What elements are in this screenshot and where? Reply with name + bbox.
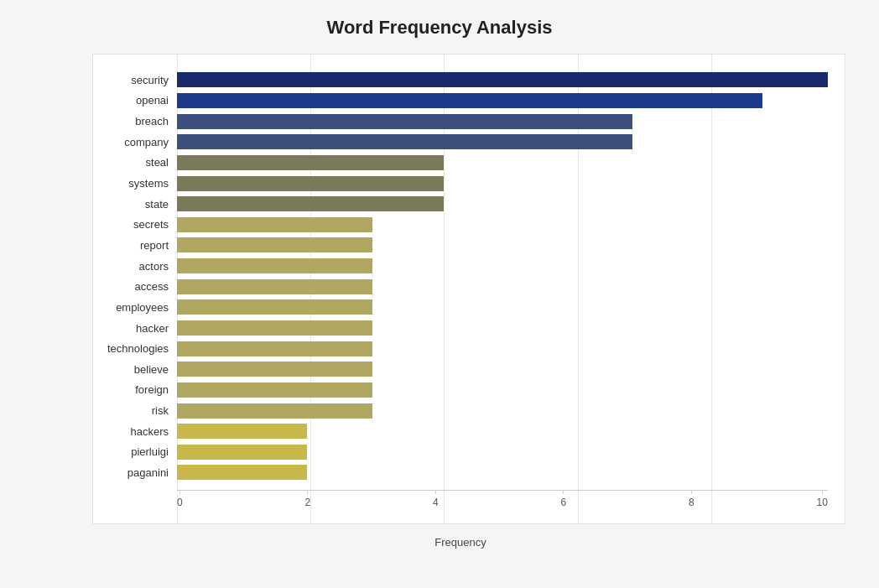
bar-row: hacker <box>93 319 828 337</box>
chart-area: securityopenaibreachcompanystealsystemss… <box>92 54 845 524</box>
x-tick-label: 8 <box>689 497 694 508</box>
bar-track <box>177 424 828 439</box>
grid-line <box>845 55 845 523</box>
x-tick-line <box>563 490 564 494</box>
bar-track <box>177 320 828 336</box>
bar-track <box>177 445 828 460</box>
x-tick: 6 <box>561 490 567 508</box>
x-tick-line <box>179 490 180 494</box>
bar-row: secrets <box>93 216 828 234</box>
bar-fill <box>177 299 372 315</box>
bars-section: securityopenaibreachcompanystealsystemss… <box>93 63 828 490</box>
bar-fill <box>177 134 632 149</box>
bar-row: foreign <box>93 381 828 399</box>
bar-track <box>177 134 828 149</box>
bar-label: believe <box>93 363 177 376</box>
bar-fill <box>177 341 372 356</box>
bar-row: risk <box>93 402 828 420</box>
bar-fill <box>177 176 444 191</box>
bar-track <box>177 382 828 398</box>
bar-row: report <box>93 236 828 254</box>
bar-track <box>177 196 828 211</box>
bar-fill <box>177 382 372 398</box>
x-axis: 0246810 Frequency <box>93 490 828 523</box>
bar-label: security <box>93 74 177 86</box>
bar-row: hackers <box>93 422 828 440</box>
bar-track <box>177 299 828 315</box>
x-tick-label: 0 <box>177 497 183 508</box>
x-tick: 4 <box>433 490 439 508</box>
bar-fill <box>177 155 444 170</box>
bar-row: steal <box>93 154 828 172</box>
x-tick-line <box>691 490 692 494</box>
x-tick-label: 6 <box>561 497 567 508</box>
bar-fill <box>177 445 307 460</box>
x-tick: 10 <box>817 490 828 508</box>
x-tick-label: 10 <box>817 497 828 508</box>
x-tick-label: 2 <box>305 497 311 508</box>
bar-row: pierluigi <box>93 443 828 461</box>
chart-title: Word Frequency Analysis <box>34 17 845 39</box>
bar-row: systems <box>93 174 828 193</box>
bar-fill <box>177 279 372 294</box>
bar-row: access <box>93 278 828 296</box>
bar-row: technologies <box>93 340 828 358</box>
bar-fill <box>177 424 307 439</box>
bar-row: company <box>93 133 828 151</box>
bar-row: believe <box>93 360 828 378</box>
bar-label: secrets <box>93 218 177 231</box>
bar-label: systems <box>93 177 177 190</box>
x-tick-line <box>307 490 308 494</box>
x-tick: 8 <box>689 490 694 508</box>
chart-container: Word Frequency Analysis securityopenaibr… <box>0 0 879 588</box>
x-tick: 0 <box>177 490 183 508</box>
bar-label: company <box>93 136 177 148</box>
x-axis-title: Frequency <box>93 536 828 549</box>
bar-track <box>177 176 828 191</box>
bar-track <box>177 114 828 129</box>
bar-track <box>177 155 828 170</box>
bar-fill <box>177 465 307 480</box>
bar-row: employees <box>93 298 828 316</box>
x-tick-line <box>435 490 436 494</box>
x-tick-label: 4 <box>433 497 439 508</box>
bar-row: actors <box>93 257 828 275</box>
bar-label: paganini <box>93 466 177 479</box>
bar-fill <box>177 114 632 129</box>
bar-track <box>177 403 828 419</box>
bar-row: security <box>93 70 828 89</box>
bar-row: paganini <box>93 463 828 481</box>
bar-fill <box>177 320 372 336</box>
bar-track <box>177 362 828 377</box>
bar-label: hackers <box>93 425 177 438</box>
bar-label: actors <box>93 260 177 273</box>
bar-fill <box>177 403 372 419</box>
bar-label: pierluigi <box>93 445 177 458</box>
bar-track <box>177 72 828 87</box>
bar-fill <box>177 217 372 232</box>
bar-label: breach <box>93 115 177 127</box>
bar-track <box>177 465 828 480</box>
bar-label: steal <box>93 156 177 169</box>
bar-track <box>177 341 828 356</box>
bar-track <box>177 258 828 273</box>
x-ticks: 0246810 <box>177 490 828 508</box>
x-tick-line <box>822 490 823 494</box>
bar-fill <box>177 258 372 273</box>
bar-fill <box>177 93 762 108</box>
bar-track <box>177 93 828 108</box>
bar-label: risk <box>93 404 177 417</box>
bar-label: report <box>93 239 177 252</box>
bar-fill <box>177 196 444 211</box>
bar-row: state <box>93 195 828 213</box>
bar-row: openai <box>93 91 828 110</box>
bar-label: foreign <box>93 383 177 396</box>
bar-track <box>177 279 828 294</box>
bar-label: openai <box>93 94 177 107</box>
bar-row: breach <box>93 112 828 131</box>
bar-label: employees <box>93 301 177 314</box>
bar-track <box>177 237 828 252</box>
bar-fill <box>177 237 372 252</box>
bar-label: state <box>93 198 177 211</box>
bar-label: access <box>93 280 177 293</box>
